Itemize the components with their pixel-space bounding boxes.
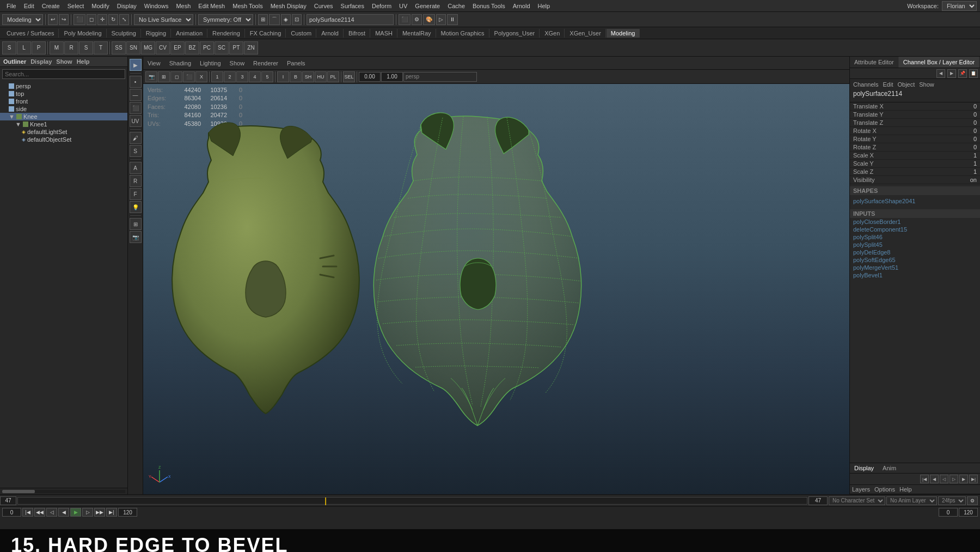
cb-menu-object[interactable]: Object [897,81,915,88]
vp-shade5-btn[interactable]: 5 [261,71,273,82]
redo-btn[interactable]: ↪ [59,14,69,25]
rp-btn-2[interactable]: ▶ [947,69,956,78]
live-surface-dropdown[interactable]: No Live Surface [134,14,193,25]
rb-menu-help[interactable]: Help [899,486,912,493]
ch-scale-z[interactable]: Scale Z 1 [850,168,980,176]
tree-item-front[interactable]: front [0,98,127,105]
tab-fx-caching[interactable]: FX Caching [246,29,286,38]
vp-bake-btn[interactable]: B [290,71,302,82]
tab-polygons-user[interactable]: Polygons_User [490,29,540,38]
tool-zen-btn[interactable]: ZN [244,41,258,54]
tl-skip-end-btn[interactable]: ▶| [106,508,117,517]
tab-arnold[interactable]: Arnold [317,29,344,38]
rnb-first-btn[interactable]: |◀ [920,475,929,483]
paint-btn[interactable]: 🖌 [130,132,142,144]
vp-cam-btn[interactable]: 📷 [145,71,157,82]
tl-play-back-btn[interactable]: ◀ [58,508,69,517]
symmetry-dropdown[interactable]: Symmetry: Off [198,14,253,25]
vp-menu-lighting[interactable]: Lighting [198,59,223,68]
vp-shade2-btn[interactable]: 2 [224,71,236,82]
tab-xgen-user[interactable]: XGen_User [565,29,605,38]
vp-menu-show[interactable]: Show [228,59,247,68]
tab-mash[interactable]: MASH [371,29,397,38]
tree-item-persp[interactable]: persp [0,82,127,90]
ch-translate-y[interactable]: Translate Y 0 [850,111,980,119]
vp-shade1-btn[interactable]: 1 [211,71,223,82]
menu-mesh[interactable]: Mesh [173,2,194,10]
tool-bezier-btn[interactable]: BZ [185,41,199,54]
vp-shade3-btn[interactable]: 3 [236,71,248,82]
ch-rotate-z[interactable]: Rotate Z 0 [850,143,980,151]
tab-bifrost[interactable]: Bifrost [344,29,370,38]
ch-rotate-x[interactable]: Rotate X 0 [850,127,980,135]
input-item-1[interactable]: deleteComponent15 [850,226,980,233]
rig-btn[interactable]: R [130,175,142,187]
render-view-btn[interactable]: ▷ [436,14,446,25]
shape-item-0[interactable]: polySurfaceShape2041 [853,197,977,205]
tool-magnet-btn[interactable]: MG [141,41,155,54]
cb-menu-channels[interactable]: Channels [853,81,878,88]
tool-select-btn[interactable]: S [2,41,16,54]
menu-cache[interactable]: Cache [444,2,468,10]
menu-deform[interactable]: Deform [369,2,395,10]
tab-animation[interactable]: Animation [171,29,207,38]
fx-btn[interactable]: F [130,188,142,200]
ch-scale-y[interactable]: Scale Y 1 [850,160,980,168]
vp-select-btn[interactable]: SEL [343,71,355,82]
tree-item-defaultobjectset[interactable]: ◈ defaultObjectSet [0,136,127,143]
rb-tab-anim[interactable]: Anim [878,463,901,473]
tree-item-side[interactable]: side [0,105,127,113]
input-item-4[interactable]: polyDelEdge8 [850,248,980,256]
tl-end-frame[interactable] [808,496,828,505]
rnb-prev2-btn[interactable]: ◁ [940,475,948,483]
tab-sculpting[interactable]: Sculpting [107,29,141,38]
vp-grid-btn[interactable]: ⊞ [158,71,170,82]
snap-curve-btn[interactable]: ⌒ [269,14,280,25]
viewport[interactable]: View Shading Lighting Show Renderer Pane… [143,57,849,494]
object-name-field[interactable] [307,14,394,25]
vp-plugin-btn[interactable]: PL [327,71,339,82]
menu-file[interactable]: File [3,2,20,10]
timeline-current-frame[interactable] [0,496,16,505]
tool-lasso-btn[interactable]: L [17,41,31,54]
tree-item-knee1[interactable]: ▼ Knee1 [0,120,127,128]
vp-menu-renderer[interactable]: Renderer [251,59,280,68]
scale-tool[interactable]: ⤡ [119,14,129,25]
tl-fps[interactable]: 24fps [938,496,966,505]
tab-channel-box[interactable]: Channel Box / Layer Editor [899,57,979,68]
rnb-next-btn[interactable]: ▶ [959,475,968,483]
cb-menu-show[interactable]: Show [919,81,934,88]
render-btn[interactable]: ⬛ [399,14,411,25]
menu-arnold[interactable]: Arnold [510,2,534,10]
tab-mentalray[interactable]: MentalRay [398,29,436,38]
tool-move-btn[interactable]: M [50,41,64,54]
tool-pencil-btn[interactable]: PC [200,41,214,54]
lasso-tool[interactable]: ◻ [87,14,96,25]
input-item-2[interactable]: polySplit46 [850,233,980,241]
anim-btn[interactable]: A [130,162,142,174]
snap-grid-btn[interactable]: ⊞ [258,14,268,25]
vp-menu-panels[interactable]: Panels [285,59,308,68]
undo-btn[interactable]: ↩ [48,14,58,25]
vp-smooth-btn[interactable]: ⬛ [183,71,195,82]
timeline-ruler[interactable] [17,497,807,505]
tool-sculpt-btn[interactable]: SC [215,41,229,54]
tree-item-knee[interactable]: ▼ Knee [0,113,127,120]
rp-btn-copy[interactable]: 📋 [969,69,978,78]
input-item-6[interactable]: polyMergeVert51 [850,264,980,271]
menu-curves[interactable]: Curves [311,2,336,10]
pause-btn[interactable]: ⏸ [447,14,458,25]
tab-attribute-editor[interactable]: Attribute Editor [850,57,899,68]
snap-surface-btn[interactable]: ⊡ [292,14,302,25]
input-item-3[interactable]: polySplit45 [850,241,980,248]
snap-point-btn[interactable]: ◈ [281,14,291,25]
vp-menu-view[interactable]: View [145,59,163,68]
select-mode-btn[interactable]: ▶ [130,59,142,71]
play-start[interactable] [939,508,958,517]
tool-paint-btn[interactable]: PT [229,41,243,54]
vertex-mode-btn[interactable]: • [130,76,142,88]
range-end[interactable] [118,508,137,517]
grid-btn[interactable]: ⊞ [130,218,142,230]
vp-wire-btn[interactable]: ◻ [170,71,182,82]
tl-skip-start-btn[interactable]: |◀ [22,508,33,517]
